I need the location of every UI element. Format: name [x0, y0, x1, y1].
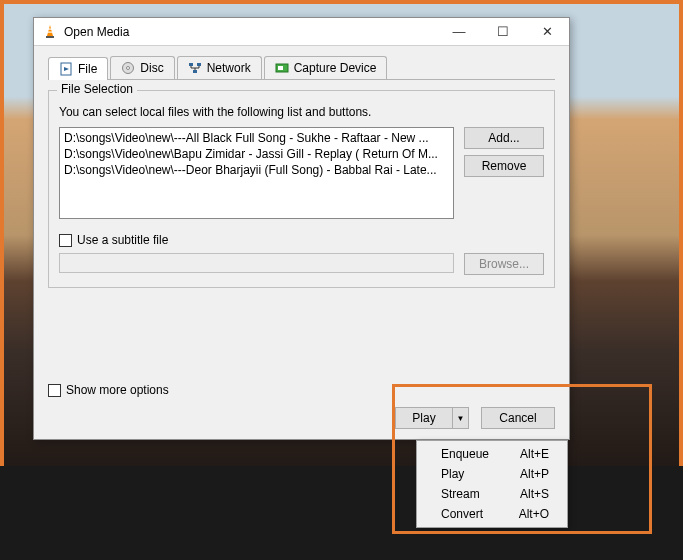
network-icon	[188, 61, 202, 75]
tab-network[interactable]: Network	[177, 56, 262, 79]
svg-rect-1	[48, 28, 52, 29]
menu-item-enqueue[interactable]: Enqueue Alt+E	[417, 444, 567, 464]
file-icon	[59, 62, 73, 76]
close-button[interactable]: ✕	[525, 18, 569, 45]
file-selection-legend: File Selection	[57, 82, 137, 96]
file-selection-help: You can select local files with the foll…	[59, 105, 544, 119]
svg-rect-6	[189, 63, 193, 66]
subtitle-checkbox[interactable]	[59, 234, 72, 247]
menu-item-stream[interactable]: Stream Alt+S	[417, 484, 567, 504]
tab-file[interactable]: File	[48, 57, 108, 80]
disc-icon	[121, 61, 135, 75]
browse-button: Browse...	[464, 253, 544, 275]
cancel-button[interactable]: Cancel	[481, 407, 555, 429]
play-dropdown-button[interactable]: ▼	[452, 408, 468, 428]
tab-disc[interactable]: Disc	[110, 56, 174, 79]
subtitle-checkbox-label: Use a subtitle file	[77, 233, 168, 247]
show-more-label: Show more options	[66, 383, 169, 397]
capture-icon	[275, 61, 289, 75]
svg-point-5	[127, 67, 130, 70]
svg-rect-8	[193, 70, 197, 73]
open-media-dialog: Open Media — ☐ ✕ File Disc Network Captu…	[33, 17, 570, 440]
minimize-button[interactable]: —	[437, 18, 481, 45]
svg-rect-7	[197, 63, 201, 66]
vlc-cone-icon	[42, 24, 58, 40]
file-selection-group: File Selection You can select local file…	[48, 90, 555, 288]
menu-item-play[interactable]: Play Alt+P	[417, 464, 567, 484]
show-more-checkbox[interactable]	[48, 384, 61, 397]
tab-capture[interactable]: Capture Device	[264, 56, 388, 79]
list-item[interactable]: D:\songs\Video\new\---Deor Bharjayii (Fu…	[64, 162, 449, 178]
background-bar	[0, 466, 683, 560]
tab-bar: File Disc Network Capture Device	[48, 56, 555, 80]
svg-rect-2	[47, 31, 52, 32]
list-item[interactable]: D:\songs\Video\new\---All Black Full Son…	[64, 130, 449, 146]
add-button[interactable]: Add...	[464, 127, 544, 149]
play-button[interactable]: Play	[396, 408, 452, 428]
window-title: Open Media	[64, 25, 437, 39]
svg-rect-10	[278, 66, 283, 70]
play-split-button[interactable]: Play ▼	[395, 407, 469, 429]
svg-rect-0	[46, 36, 54, 38]
subtitle-file-input	[59, 253, 454, 273]
list-item[interactable]: D:\songs\Video\new\Bapu Zimidar - Jassi …	[64, 146, 449, 162]
file-list[interactable]: D:\songs\Video\new\---All Black Full Son…	[59, 127, 454, 219]
play-dropdown-menu: Enqueue Alt+E Play Alt+P Stream Alt+S Co…	[416, 440, 568, 528]
menu-item-convert[interactable]: Convert Alt+O	[417, 504, 567, 524]
remove-button[interactable]: Remove	[464, 155, 544, 177]
maximize-button[interactable]: ☐	[481, 18, 525, 45]
titlebar: Open Media — ☐ ✕	[34, 18, 569, 46]
